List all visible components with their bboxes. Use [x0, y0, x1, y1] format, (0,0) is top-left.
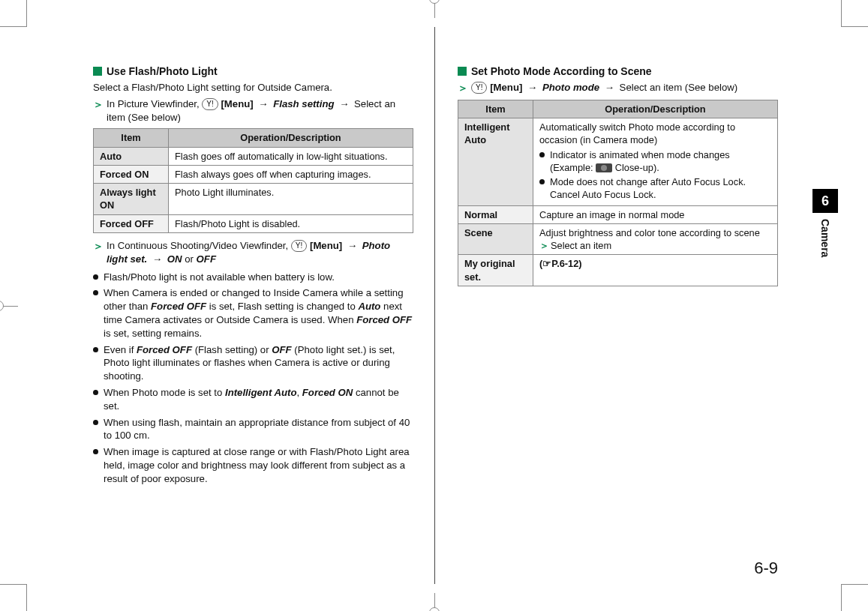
cell-text: (☞P.6-12) — [533, 255, 778, 286]
cell-substep: ＞Select an item — [539, 239, 771, 252]
table-header: Item — [94, 129, 169, 147]
table-header: Operation/Description — [169, 129, 413, 147]
list-item: Mode does not change after Auto Focus Lo… — [539, 175, 771, 202]
chevron-icon: ＞ — [93, 97, 104, 124]
step-line: ＞ In Picture Viewfinder, Y! [Menu] → Fla… — [93, 97, 413, 124]
table-row: Auto Flash goes off automatically in low… — [94, 147, 413, 165]
page: Use Flash/Photo Light Select a Flash/Pho… — [30, 27, 838, 584]
two-column-layout: Use Flash/Photo Light Select a Flash/Pho… — [30, 27, 838, 584]
list-item: When Camera is ended or changed to Insid… — [93, 286, 413, 340]
chapter-number: 6 — [812, 189, 838, 213]
list-item: When using flash, maintain an appropriat… — [93, 416, 413, 443]
chevron-icon: ＞ — [539, 240, 551, 251]
table-row: Scene Adjust brightness and color tone a… — [458, 223, 778, 255]
crop-mark — [841, 584, 868, 611]
section-title: Use Flash/Photo Light — [107, 64, 218, 79]
table-row: Forced ON Flash always goes off when cap… — [94, 165, 413, 183]
step-line: ＞ In Continuous Shooting/Video Viewfinde… — [93, 239, 413, 266]
list-item: Flash/Photo light is not available when … — [93, 271, 413, 284]
closeup-mode-icon — [596, 163, 612, 172]
arrow-icon: → — [525, 82, 539, 93]
cell-bullet-list: Indicator is animated when mode changes … — [539, 148, 771, 202]
section-heading: Set Photo Mode According to Scene — [458, 64, 778, 79]
registration-mark — [429, 607, 440, 611]
section-title: Set Photo Mode According to Scene — [471, 64, 652, 79]
chevron-icon: ＞ — [458, 81, 468, 95]
list-item: Indicator is animated when mode changes … — [539, 148, 771, 175]
table-row: Forced OFF Flash/Photo Light is disabled… — [94, 214, 413, 232]
key-button-icon: Y! — [202, 98, 218, 110]
arrow-icon: → — [337, 98, 351, 109]
arrow-icon: → — [345, 240, 359, 251]
cell-text: Adjust brightness and color tone accordi… — [539, 226, 771, 239]
cell-text: Automatically switch Photo mode accordin… — [539, 121, 771, 147]
step-text: Y! [Menu] → Photo mode → Select an item … — [471, 81, 778, 95]
crop-mark — [0, 584, 27, 611]
chapter-thumb-tab: 6 Camera — [812, 189, 838, 259]
arrow-icon: → — [150, 253, 164, 265]
notes-list: Flash/Photo light is not available when … — [93, 271, 413, 486]
table-header-row: Item Operation/Description — [458, 100, 778, 118]
right-column: Set Photo Mode According to Scene ＞ Y! [… — [434, 27, 838, 584]
step-line: ＞ Y! [Menu] → Photo mode → Select an ite… — [458, 81, 778, 95]
section-heading: Use Flash/Photo Light — [93, 64, 413, 79]
step-text: In Continuous Shooting/Video Viewfinder,… — [107, 239, 413, 266]
square-bullet-icon — [458, 67, 467, 76]
table-row: Always light ON Photo Light illuminates. — [94, 184, 413, 215]
photo-mode-table: Item Operation/Description Intelligent A… — [458, 100, 778, 286]
list-item: Even if Forced OFF (Flash setting) or OF… — [93, 343, 413, 383]
left-column: Use Flash/Photo Light Select a Flash/Pho… — [30, 27, 434, 584]
crop-mark — [841, 0, 868, 27]
table-row: Intelligent Auto Automatically switch Ph… — [458, 118, 778, 206]
flash-settings-table: Item Operation/Description Auto Flash go… — [93, 128, 413, 233]
key-button-icon: Y! — [471, 82, 487, 94]
crop-mark — [0, 0, 27, 27]
square-bullet-icon — [93, 67, 102, 76]
table-row: My original set. (☞P.6-12) — [458, 255, 778, 286]
registration-mark — [0, 301, 4, 311]
chevron-icon: ＞ — [93, 239, 104, 266]
intro-text: Select a Flash/Photo Light setting for O… — [93, 81, 413, 94]
key-button-icon: Y! — [291, 240, 307, 252]
table-header: Item — [458, 100, 533, 118]
step-text: In Picture Viewfinder, Y! [Menu] → Flash… — [107, 97, 413, 124]
list-item: When Photo mode is set to Intelligent Au… — [93, 386, 413, 413]
table-header: Operation/Description — [533, 100, 778, 118]
registration-mark — [429, 0, 440, 4]
table-row: Normal Capture an image in normal mode — [458, 205, 778, 223]
arrow-icon: → — [602, 82, 617, 93]
table-header-row: Item Operation/Description — [94, 129, 413, 147]
arrow-icon: → — [256, 98, 270, 109]
chapter-label: Camera — [818, 213, 833, 259]
list-item: When image is captured at close range or… — [93, 445, 413, 485]
page-number: 6-9 — [754, 557, 778, 580]
